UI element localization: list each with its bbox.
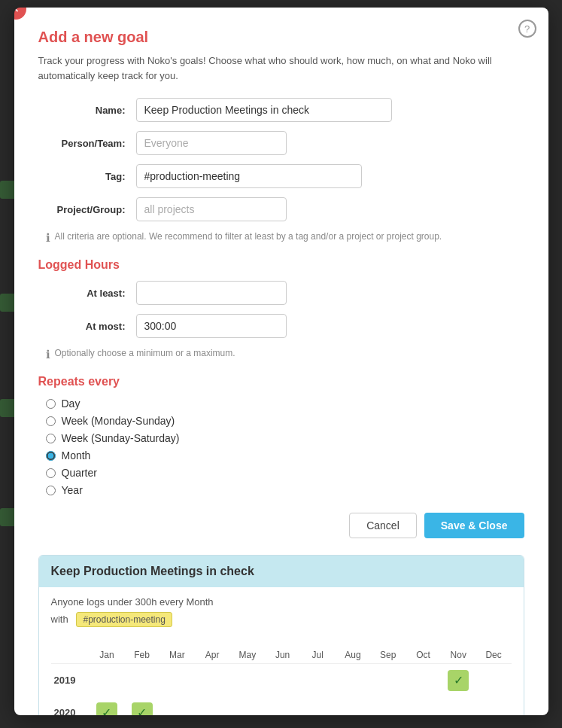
preview-title: Keep Production Meetings in check (39, 556, 524, 587)
cal-cell-2019-11 (476, 664, 512, 697)
logged-hours-title: Logged Hours (38, 258, 524, 272)
repeat-options: Day Week (Monday-Sunday) Week (Sunday-Sa… (38, 398, 524, 496)
cal-empty (483, 701, 504, 715)
cal-cell-2020-9 (406, 696, 441, 715)
modal-backdrop: × ? Add a new goal Track your progress w… (0, 0, 562, 728)
cal-cell-2020-7 (336, 696, 371, 715)
cal-jun: Jun (265, 647, 300, 664)
cal-checkmark: ✓ (132, 702, 153, 716)
cal-cell-2019-3 (195, 664, 230, 697)
cal-cell-2020-1: ✓ (124, 696, 159, 715)
cal-cell-2020-10 (441, 696, 476, 715)
cal-sep: Sep (370, 647, 406, 664)
cancel-button[interactable]: Cancel (349, 513, 417, 538)
cal-empty (307, 701, 328, 715)
repeat-week-mon-label: Week (Monday-Sunday) (62, 415, 175, 427)
cal-empty (272, 701, 293, 715)
modal-title: Add a new goal (38, 29, 524, 46)
cal-cell-2019-2 (159, 664, 195, 697)
tag-input[interactable] (136, 164, 362, 188)
repeat-week-sun: Week (Sunday-Saturday) (46, 432, 524, 444)
with-label: with (51, 614, 68, 625)
repeat-quarter-label: Quarter (62, 467, 97, 479)
repeat-day-radio[interactable] (46, 399, 56, 409)
cal-empty (378, 701, 399, 715)
tag-badge: #production-meeting (76, 612, 172, 627)
preview-with-row: with #production-meeting (51, 612, 512, 638)
cal-empty (237, 669, 258, 690)
cal-checkmark: ✓ (448, 670, 469, 691)
tag-row: Tag: (38, 164, 524, 188)
cal-cell-2020-11 (476, 696, 512, 715)
repeat-week-mon-radio[interactable] (46, 416, 56, 426)
cal-cell-2019-7 (336, 664, 371, 697)
at-least-row: At least: (38, 281, 524, 305)
preview-card: Keep Production Meetings in check Anyone… (38, 555, 524, 715)
cal-cell-2020-4 (229, 696, 265, 715)
at-least-input[interactable] (136, 281, 287, 305)
hint-icon: ℹ (46, 348, 50, 361)
repeats-title: Repeats every (38, 375, 524, 388)
modal-description: Track your progress with Noko's goals! C… (38, 53, 524, 83)
tag-label: Tag: (38, 171, 136, 182)
cal-empty (412, 669, 433, 690)
project-row: Project/Group: (38, 197, 524, 221)
cal-empty (166, 669, 187, 690)
repeat-quarter-radio[interactable] (46, 468, 56, 478)
person-input[interactable] (136, 131, 287, 155)
repeat-month-label: Month (62, 449, 91, 461)
at-most-label: At most: (38, 321, 136, 332)
cal-empty (272, 669, 293, 690)
preview-body: Anyone logs under 300h every Month with … (39, 587, 524, 715)
cal-year-2020: 2020 (51, 696, 90, 715)
cal-empty (307, 669, 328, 690)
cal-cell-2019-9 (406, 664, 441, 697)
info-icon: ℹ (46, 231, 50, 245)
cal-empty (412, 701, 433, 715)
cal-cell-2019-10: ✓ (441, 664, 476, 697)
repeat-week-sun-label: Week (Sunday-Saturday) (62, 432, 180, 444)
cal-jul: Jul (300, 647, 336, 664)
preview-calendar: Jan Feb Mar Apr May Jun Jul Aug Sep Oct (51, 647, 512, 715)
overlay: × ? Add a new goal Track your progress w… (0, 0, 562, 728)
criteria-info-row: ℹ All criteria are optional. We recommen… (38, 230, 524, 245)
cal-may: May (229, 647, 265, 664)
cal-empty (132, 669, 153, 690)
cal-year-header (51, 647, 90, 664)
at-most-input[interactable] (136, 314, 287, 338)
cal-empty (342, 669, 363, 690)
cal-oct: Oct (406, 647, 441, 664)
cal-year-2019: 2019 (51, 664, 90, 697)
repeat-day-label: Day (62, 398, 81, 410)
at-least-label: At least: (38, 288, 136, 299)
name-input[interactable] (136, 98, 392, 122)
project-input[interactable] (136, 197, 287, 221)
save-button[interactable]: Save & Close (424, 513, 524, 538)
cal-checkmark: ✓ (96, 702, 117, 716)
cal-cell-2020-6 (300, 696, 336, 715)
cal-feb: Feb (124, 647, 159, 664)
repeat-month: Month (46, 449, 524, 461)
cal-mar: Mar (159, 647, 195, 664)
preview-desc-text: Anyone logs under 300h every Month (51, 596, 214, 608)
cal-jan: Jan (90, 647, 125, 664)
repeat-month-radio[interactable] (46, 451, 56, 461)
cal-cell-2020-0: ✓ (90, 696, 125, 715)
repeat-week-sun-radio[interactable] (46, 434, 56, 443)
cal-cell-2019-5 (265, 664, 300, 697)
preview-description: Anyone logs under 300h every Month (51, 596, 512, 608)
help-button[interactable]: ? (518, 20, 536, 38)
close-button[interactable]: × (14, 8, 26, 20)
cal-empty (202, 669, 223, 690)
cal-empty (96, 669, 117, 690)
repeat-day: Day (46, 398, 524, 410)
repeat-year: Year (46, 484, 524, 496)
cal-apr: Apr (195, 647, 230, 664)
cal-empty (202, 701, 223, 715)
cal-nov: Nov (441, 647, 476, 664)
cal-empty (448, 701, 469, 715)
cal-cell-2020-3 (195, 696, 230, 715)
button-row: Cancel Save & Close (38, 513, 524, 538)
criteria-info-text: All criteria are optional. We recommend … (55, 230, 442, 243)
repeat-year-radio[interactable] (46, 486, 56, 495)
